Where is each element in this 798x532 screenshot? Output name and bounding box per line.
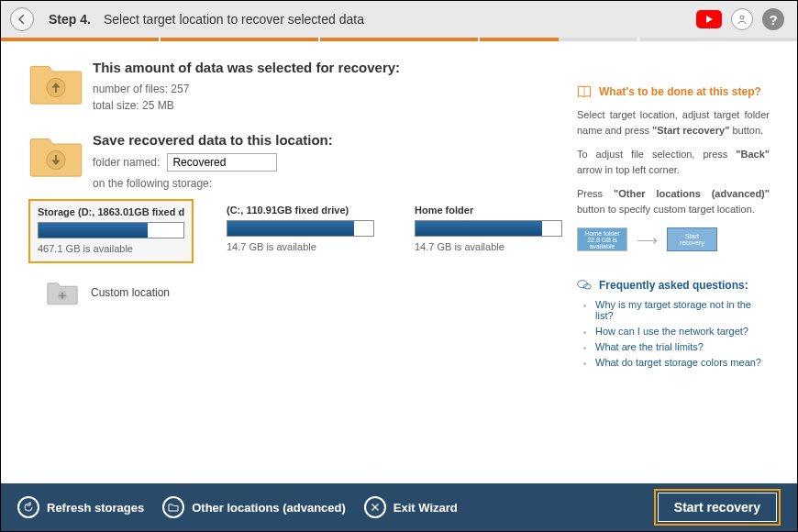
storage-title: Home folder [415, 205, 562, 216]
faq-link[interactable]: What are the trial limits? [595, 341, 704, 352]
other-locations-button[interactable]: Other locations (advanced) [162, 496, 346, 518]
summary-files: number of files: 257 [93, 81, 400, 97]
folder-name-label: folder named: [93, 154, 160, 171]
close-icon [364, 496, 386, 518]
refresh-icon [17, 496, 39, 518]
account-icon[interactable] [731, 8, 753, 30]
folder-icon [162, 496, 184, 518]
sidebar-para-2: To adjust file selection, press "Back" a… [577, 147, 770, 177]
summary-size: total size: 25 MB [93, 97, 400, 114]
sidebar-illustration: Home folder 22.8 GB is available ⟶ Start… [577, 227, 770, 251]
arrow-right-icon: ⟶ [637, 231, 658, 249]
youtube-icon[interactable] [696, 10, 722, 28]
step-number: Step 4. [49, 12, 91, 27]
storage-bar [38, 222, 184, 238]
summary-heading: This amount of data was selected for rec… [93, 60, 400, 75]
start-recovery-button[interactable]: Start recovery [654, 489, 781, 526]
arrow-left-icon [16, 13, 28, 26]
back-button[interactable] [10, 7, 34, 31]
sidebar-heading: What's to be done at this step? [577, 85, 770, 98]
refresh-storages-button[interactable]: Refresh storages [17, 496, 144, 518]
folder-up-icon [28, 60, 83, 105]
faq-link[interactable]: Why is my target storage not in the list… [595, 299, 751, 321]
storage-available: 14.7 GB is available [415, 241, 562, 252]
faq-link[interactable]: What do target storage colors mean? [595, 357, 761, 368]
sidebar-para-3: Press "Other locations (advanced)" butto… [577, 186, 770, 216]
help-icon[interactable]: ? [762, 8, 784, 30]
faq-list: Why is my target storage not in the list… [577, 299, 770, 368]
folder-down-icon [28, 132, 83, 178]
storage-card[interactable]: (C:, 110.91GB fixed drive) 14.7 GB is av… [219, 199, 382, 263]
exit-wizard-button[interactable]: Exit Wizard [364, 496, 458, 518]
storage-available: 467.1 GB is available [38, 243, 184, 254]
storage-bar [415, 220, 562, 237]
storage-label: on the following storage: [93, 175, 570, 192]
chat-icon [577, 279, 592, 292]
step-title: Select target location to recover select… [104, 12, 364, 27]
save-section: Save recovered data to this location: fo… [28, 132, 570, 192]
header-bar: Step 4. Select target location to recove… [1, 1, 797, 38]
faq-heading: Frequently asked questions: [577, 279, 770, 292]
sidebar-para-1: Select target location, adjust target fo… [577, 107, 770, 138]
storage-title: (C:, 110.91GB fixed drive) [227, 205, 374, 216]
thumb-homefolder: Home folder 22.8 GB is available [577, 227, 627, 251]
custom-location-label: Custom location [91, 286, 170, 299]
thumb-start: Start recovery [667, 227, 717, 251]
folder-plus-icon [47, 280, 78, 305]
save-heading: Save recovered data to this location: [93, 132, 570, 148]
folder-name-input[interactable] [167, 153, 277, 172]
storage-title: Storage (D:, 1863.01GB fixed drive) [38, 206, 184, 217]
storage-list: Storage (D:, 1863.01GB fixed drive) 467.… [28, 199, 570, 263]
summary-section: This amount of data was selected for rec… [28, 60, 570, 114]
book-icon [577, 85, 592, 98]
storage-available: 14.7 GB is available [227, 241, 374, 252]
footer-bar: Refresh storages Other locations (advanc… [1, 483, 797, 531]
svg-marker-0 [706, 16, 713, 23]
faq-link[interactable]: How can I use the network target? [595, 326, 748, 337]
storage-card[interactable]: Home folder 14.7 GB is available [407, 199, 570, 263]
wizard-progress [1, 38, 797, 41]
custom-location-button[interactable]: Custom location [47, 280, 570, 305]
svg-point-1 [740, 16, 744, 19]
storage-card[interactable]: Storage (D:, 1863.01GB fixed drive) 467.… [28, 199, 194, 263]
storage-bar [227, 220, 374, 237]
